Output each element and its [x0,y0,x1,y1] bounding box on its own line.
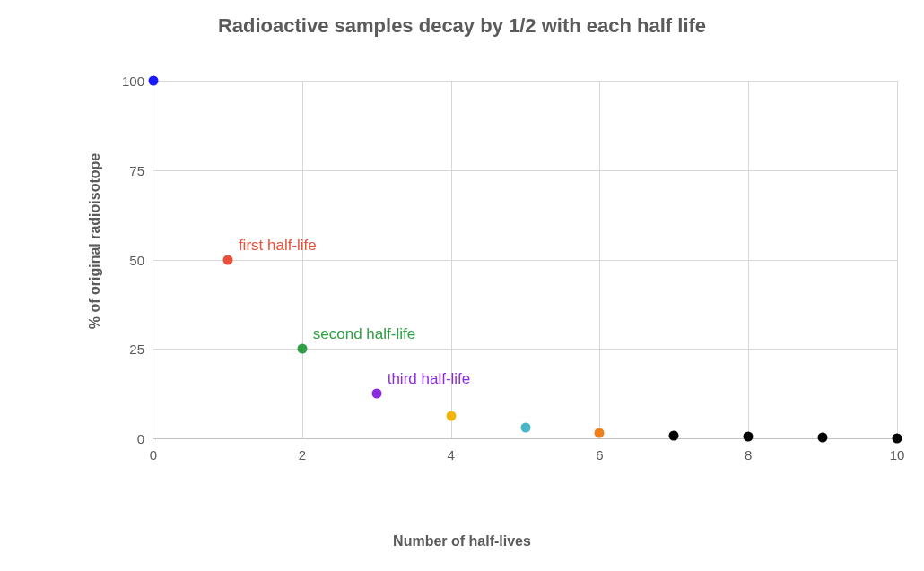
gridline-vertical [897,81,898,438]
plot-inner: 02550751000246810first half-lifesecond h… [153,81,897,439]
x-tick-label: 8 [745,438,752,463]
y-tick-label: 50 [129,252,153,267]
data-point [595,428,605,437]
gridline-vertical [748,81,749,438]
x-tick-label: 0 [150,438,157,463]
gridline-horizontal [153,349,897,350]
x-axis-label: Number of half-lives [0,533,924,549]
y-tick-label: 25 [129,342,153,357]
point-annotation: third half-life [388,370,471,388]
data-point [744,432,754,442]
data-point [149,76,159,86]
x-tick-label: 4 [447,438,454,463]
data-point [297,344,307,354]
data-point [893,433,902,443]
x-tick-label: 6 [596,438,603,463]
point-annotation: second half-life [313,325,415,343]
data-point [669,430,679,440]
gridline-horizontal [153,81,897,82]
data-point [371,389,381,399]
gridline-horizontal [153,170,897,171]
data-point [520,422,530,432]
data-point [446,411,456,421]
gridline-horizontal [153,260,897,261]
plot-area: 02550751000246810first half-lifesecond h… [99,54,906,484]
y-tick-label: 75 [129,162,153,177]
chart-container: Radioactive samples decay by 1/2 with ea… [0,0,924,571]
x-tick-label: 2 [299,438,306,463]
data-point [818,433,828,443]
gridline-vertical [302,81,303,438]
point-annotation: first half-life [239,237,317,255]
gridline-vertical [599,81,600,438]
data-point [222,255,232,264]
